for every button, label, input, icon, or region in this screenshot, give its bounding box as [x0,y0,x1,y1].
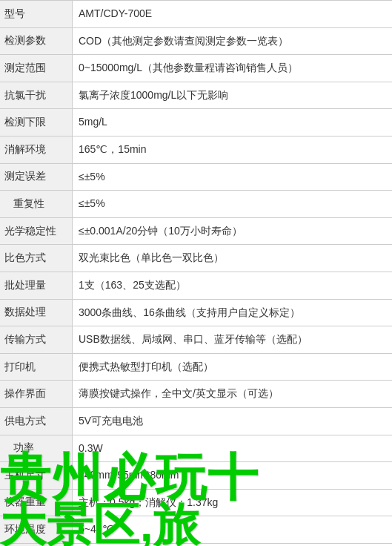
cell-label: 功率 [0,435,73,462]
cell-label: 主机尺寸 [0,462,73,489]
cell-value: 便携式热敏型打印机（选配） [73,354,392,381]
cell-value: 双光束比色（单比色一双比色） [73,245,392,272]
table-row: 环境温度5~40℃ [0,516,392,544]
cell-value: ≤±5% [73,191,392,217]
cell-label: 抗氯干扰 [0,82,73,109]
table-row: 检测参数COD（其他测定参数请查阅测定参数一览表） [0,28,392,56]
cell-value: 5mg/L [73,109,392,136]
table-row: 批处理量1支（163、25支选配） [0,272,392,300]
table-row: 重复性≤±5% [0,191,392,218]
cell-label: 数据处理 [0,300,73,326]
cell-label: 型号 [0,1,73,27]
table-row: 仪器重量主机：0.5kg；消解仪：1.37kg [0,490,392,517]
cell-value: 5V可充电电池 [73,408,392,435]
cell-value: 5~40℃ [73,516,392,543]
cell-label: 批处理量 [0,272,73,299]
table-row: 光学稳定性≤±0.001A/20分钟（10万小时寿命） [0,218,392,246]
cell-value: 主机：0.5kg；消解仪：1.37kg [73,490,392,516]
table-row: 打印机便携式热敏型打印机（选配） [0,354,392,381]
table-row: 功率0.3W [0,435,392,463]
cell-label: 消解环境 [0,136,73,163]
cell-label: 打印机 [0,354,73,381]
spec-table: 型号AMT/CDY-700E检测参数COD（其他测定参数请查阅测定参数一览表）测… [0,0,392,546]
table-row: 数据处理3000条曲线、16条曲线（支持用户自定义标定） [0,300,392,327]
cell-value: 氯离子浓度1000mg/L以下无影响 [73,82,392,109]
cell-label: 供电方式 [0,408,73,435]
table-row: 消解环境165℃，15min [0,136,392,164]
cell-label: 重复性 [0,191,73,217]
cell-value: AMT/CDY-700E [73,1,392,27]
cell-label: 检测参数 [0,28,73,55]
table-row: 供电方式5V可充电电池 [0,408,392,435]
cell-value: 165℃，15min [73,136,392,163]
cell-value: USB数据线、局域网、串口、蓝牙传输等（选配） [73,326,392,353]
table-row: 操作界面薄膜按键式操作，全中文/英文显示（可选） [0,381,392,408]
table-row: 传输方式USB数据线、局域网、串口、蓝牙传输等（选配） [0,326,392,354]
table-row: 抗氯干扰氯离子浓度1000mg/L以下无影响 [0,82,392,110]
cell-label: 环境温度 [0,516,73,543]
cell-value: 1支（163、25支选配） [73,272,392,299]
cell-value: 240mm*95mm*80mm [73,462,392,489]
cell-value: 3000条曲线、16条曲线（支持用户自定义标定） [73,300,392,326]
table-row: 测定范围0~15000mg/L（其他参数量程请咨询销售人员） [0,55,392,82]
table-row: 主机尺寸240mm*95mm*80mm [0,462,392,490]
cell-value: 0~15000mg/L（其他参数量程请咨询销售人员） [73,55,392,82]
cell-label: 测定误差 [0,164,73,191]
cell-label: 传输方式 [0,326,73,353]
cell-value: COD（其他测定参数请查阅测定参数一览表） [73,28,392,55]
table-row: 测定误差≤±5% [0,164,392,191]
cell-label: 仪器重量 [0,490,73,516]
cell-value: 薄膜按键式操作，全中文/英文显示（可选） [73,381,392,407]
cell-label: 比色方式 [0,245,73,272]
table-row: 比色方式双光束比色（单比色一双比色） [0,245,392,272]
table-row: 检测下限5mg/L [0,109,392,136]
table-row: 型号AMT/CDY-700E [0,0,392,28]
cell-value: ≤±0.001A/20分钟（10万小时寿命） [73,218,392,245]
cell-label: 检测下限 [0,109,73,136]
cell-label: 测定范围 [0,55,73,82]
cell-value: ≤±5% [73,164,392,191]
cell-label: 操作界面 [0,381,73,407]
cell-value: 0.3W [73,435,392,462]
cell-label: 光学稳定性 [0,218,73,245]
